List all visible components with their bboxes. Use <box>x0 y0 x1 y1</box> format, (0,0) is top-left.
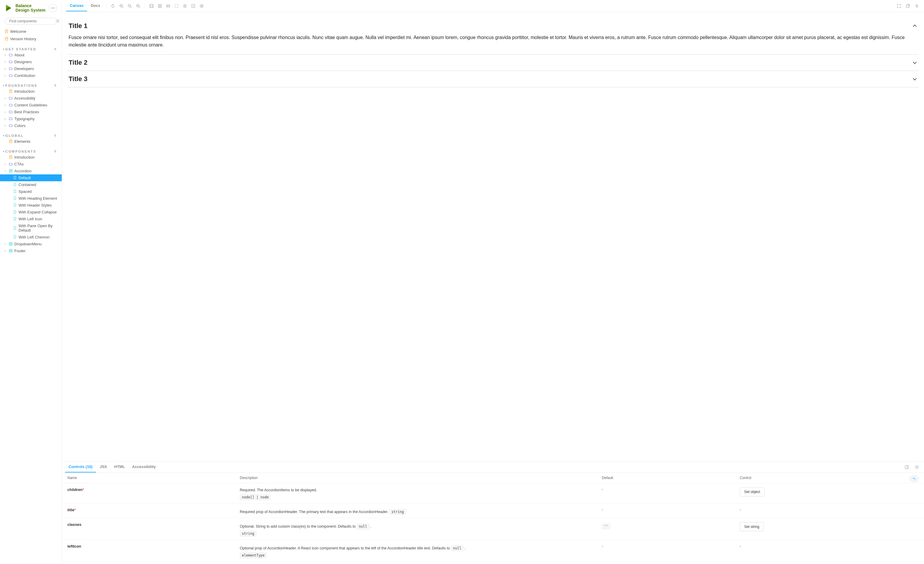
background-icon[interactable] <box>147 2 156 10</box>
addon-tab[interactable]: Accessibility <box>129 461 160 473</box>
control-name: leftIcon <box>62 540 234 561</box>
nav-section-header[interactable]: ▾GET STARTED⇅ <box>0 46 62 52</box>
control-description: Required prop of AccordionHeader. The pr… <box>234 503 597 518</box>
viewport-icon[interactable] <box>164 2 172 10</box>
brand-name: Balance Design System <box>15 4 45 13</box>
nav-item[interactable]: ▸Best Practices <box>0 109 62 115</box>
accordion-title: Title 1 <box>69 22 87 30</box>
sort-icon: ⇅ <box>54 84 57 87</box>
nav-section-header[interactable]: ▾COMPONENTS⇅ <box>0 148 62 154</box>
addon-tab[interactable]: JSX <box>96 461 111 473</box>
nav-story-item[interactable]: With Left Icon <box>0 215 62 222</box>
chevron-down-icon <box>912 76 918 82</box>
nav-item[interactable]: ▸About <box>0 52 62 58</box>
outline-icon[interactable] <box>181 2 189 10</box>
nav-item[interactable]: Elements <box>0 138 62 145</box>
fullscreen-icon[interactable] <box>895 2 903 10</box>
copy-link-icon[interactable] <box>913 2 921 10</box>
theme-icon[interactable] <box>198 2 206 10</box>
nav-item[interactable]: ▸Contribution <box>0 72 62 79</box>
nav-story-item[interactable]: With Header Styles <box>0 202 62 209</box>
remount-icon[interactable] <box>109 2 117 10</box>
measure-icon[interactable] <box>172 2 181 10</box>
zoom-reset-icon[interactable] <box>134 2 142 10</box>
caret-right-icon: ▸ <box>5 243 7 245</box>
sort-icon: ⇅ <box>54 47 57 51</box>
search-input[interactable] <box>9 19 54 23</box>
nav-section-header[interactable]: ▾GLOBAL⇅ <box>0 132 62 138</box>
accordion-header[interactable]: Title 1 <box>68 18 919 34</box>
nav-item[interactable]: ▾Accordion <box>0 168 62 174</box>
reset-controls-button[interactable] <box>910 476 919 482</box>
nav-item[interactable]: ▸Colors <box>0 122 62 129</box>
toolbar: CanvasDocs <box>63 0 924 12</box>
nav-item[interactable]: ▸Typography <box>0 115 62 122</box>
sidebar-more-button[interactable] <box>49 4 57 12</box>
caret-right-icon: ▸ <box>5 97 7 100</box>
nav-story-item[interactable]: Spaced <box>0 188 62 195</box>
main: CanvasDocs Title 1Fusce ornare nisi tort… <box>62 0 924 564</box>
vision-icon[interactable] <box>189 2 198 10</box>
nav-item[interactable]: ▸Content Guidelines <box>0 102 62 109</box>
svg-rect-22 <box>9 171 10 172</box>
nav-story-item[interactable]: With Heading Element <box>0 195 62 202</box>
close-panel-icon[interactable] <box>913 463 921 471</box>
caret-right-icon: ▸ <box>5 67 7 70</box>
nav-item[interactable]: ▸Designers <box>0 58 62 65</box>
svg-line-37 <box>130 7 132 8</box>
nav-item[interactable]: ▸Accessibility <box>0 95 62 102</box>
nav-item[interactable]: ▸DropdownMenu <box>0 241 62 247</box>
svg-point-1 <box>52 8 53 8</box>
set-control-button[interactable]: Set string <box>740 522 764 531</box>
nav-story-item[interactable]: With Left Chevron <box>0 234 62 241</box>
accordion-item: Title 2 <box>68 55 919 71</box>
chevron-up-icon <box>912 23 918 28</box>
nav-story-item[interactable]: Contained <box>0 181 62 188</box>
nav-story-item[interactable]: With Pane Open By Default <box>0 222 62 234</box>
nav-item-label: Default <box>18 176 31 180</box>
nav-item-label: Spaced <box>18 189 32 194</box>
zoom-in-icon[interactable] <box>117 2 126 10</box>
accordion-header[interactable]: Title 2 <box>68 55 919 71</box>
nav-item[interactable]: ▸Developers <box>0 65 62 72</box>
nav-section-title: COMPONENTS <box>5 150 36 153</box>
view-tab[interactable]: Canvas <box>66 0 87 11</box>
nav-top-item[interactable]: Version History <box>0 35 62 43</box>
nav-story-item[interactable]: Default <box>0 174 62 181</box>
svg-rect-48 <box>175 4 178 7</box>
nav-item[interactable]: ▸Footer <box>0 247 62 254</box>
nav-item-label: With Heading Element <box>18 196 57 200</box>
nav-item[interactable]: ▸CTAs <box>0 161 62 168</box>
caret-right-icon: ▾ <box>5 170 7 172</box>
nav-story-item[interactable]: With Expand Collapse <box>0 209 62 215</box>
nav-item[interactable]: Introduction <box>0 88 62 95</box>
panel-orientation-icon[interactable] <box>903 463 911 471</box>
caret-right-icon: ▸ <box>5 74 7 77</box>
nav-item-label: CTAs <box>14 162 24 166</box>
addon-tab[interactable]: Controls (10) <box>65 461 96 473</box>
control-default: - <box>597 503 734 518</box>
caret-right-icon: ▸ <box>5 104 7 106</box>
nav-item-label: Content Guidelines <box>14 103 47 107</box>
nav-item-label: With Header Styles <box>18 203 52 208</box>
svg-rect-26 <box>9 244 10 245</box>
open-new-tab-icon[interactable] <box>904 2 912 10</box>
view-tab[interactable]: Docs <box>87 0 104 11</box>
svg-line-33 <box>122 7 123 8</box>
nav-item-label: About <box>14 53 24 57</box>
nav-section-header[interactable]: ▾FOUNDATIONS⇅ <box>0 82 62 88</box>
brand-logo-icon <box>5 4 12 12</box>
grid-icon[interactable] <box>156 2 164 10</box>
control-description: Required. The AccordionItems to be displ… <box>234 483 597 504</box>
nav-item[interactable]: Introduction <box>0 154 62 161</box>
control-description: Optional. String to add custom class(es)… <box>234 518 597 540</box>
zoom-out-icon[interactable] <box>126 2 134 10</box>
nav-item-label: With Expand Collapse <box>18 210 57 214</box>
addon-tab[interactable]: HTML <box>111 461 129 473</box>
accordion-header[interactable]: Title 3 <box>68 71 919 87</box>
nav-section-title: FOUNDATIONS <box>5 84 37 87</box>
nav-top-item[interactable]: Welcome <box>0 28 62 35</box>
set-control-button[interactable]: Set object <box>740 488 764 496</box>
svg-rect-20 <box>9 169 10 171</box>
search-input-wrap[interactable]: / <box>5 18 57 25</box>
